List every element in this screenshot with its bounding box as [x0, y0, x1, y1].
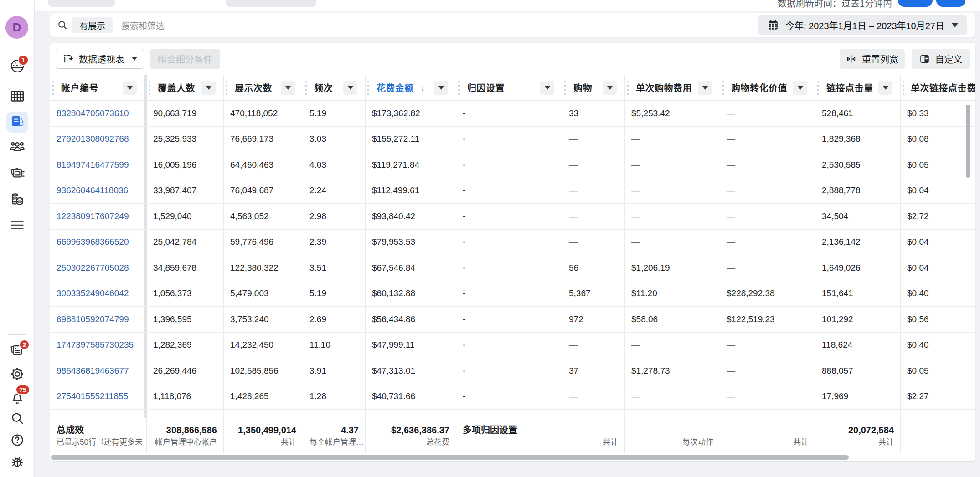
drag-handle-icon[interactable]: [305, 81, 308, 95]
column-header-label: 归因设置: [467, 81, 505, 94]
drag-handle-icon[interactable]: [903, 81, 904, 95]
sidebar-item-billing[interactable]: [9, 191, 26, 208]
filter-chip[interactable]: 有展示: [72, 17, 113, 33]
sidebar-item-report-bug[interactable]: [9, 454, 26, 470]
column-header-label: 覆盖人数: [158, 81, 195, 94]
drag-handle-icon[interactable]: [817, 81, 820, 95]
drag-handle-icon[interactable]: [367, 81, 370, 95]
column-header[interactable]: 购物转化价值: [720, 75, 815, 100]
sidebar-item-ads-manager[interactable]: 1: [9, 58, 26, 74]
sidebar-item-reports[interactable]: [6, 112, 28, 133]
top-tab-button[interactable]: [48, 0, 115, 7]
table-cell: $122,519.23: [720, 307, 815, 332]
account-id-link[interactable]: 250302267705028: [57, 263, 129, 273]
table-cell: —: [625, 204, 720, 229]
sidebar-item-settings[interactable]: [9, 366, 26, 382]
horizontal-scrollbar-thumb[interactable]: [51, 455, 849, 460]
drag-handle-icon[interactable]: [564, 81, 567, 95]
reports-icon: [9, 113, 26, 131]
table-cell: [901, 410, 975, 418]
avatar[interactable]: D: [5, 16, 28, 39]
chevron-down-icon: [132, 57, 137, 61]
sidebar-item-campaigns-table[interactable]: [9, 88, 26, 104]
column-menu-button[interactable]: [698, 81, 712, 95]
column-menu-button[interactable]: [201, 81, 216, 95]
vertical-scrollbar-thumb[interactable]: [966, 105, 970, 178]
breakdown-button[interactable]: 组合细分条件: [150, 49, 220, 69]
column-header[interactable]: 归因设置: [456, 75, 562, 100]
sidebar-item-search[interactable]: [9, 410, 26, 426]
pivot-table-button[interactable]: 数据透视表: [56, 49, 144, 69]
table-cell: $173,362.82: [366, 101, 456, 126]
column-header[interactable]: 单次购物费用: [625, 75, 720, 100]
report-table: 帐户编号覆盖人数展示次数频次花费金额↓归因设置购物单次购物费用购物转化价值链接点…: [50, 75, 975, 461]
account-id-link[interactable]: 698810592074799: [57, 314, 129, 324]
column-menu-button[interactable]: [281, 81, 295, 95]
account-id-link[interactable]: 300335249046042: [57, 288, 129, 298]
sidebar-item-pages-news[interactable]: 2: [9, 342, 26, 358]
column-menu-button[interactable]: [793, 81, 807, 95]
table-cell: 90,663,719: [147, 101, 224, 126]
table-cell: -: [456, 307, 562, 332]
column-header[interactable]: 花费金额↓: [366, 75, 456, 100]
table-cell: 4,563,052: [224, 204, 303, 229]
account-id-link[interactable]: 122380917607249: [57, 211, 129, 221]
account-id-link[interactable]: 669963968366520: [57, 237, 129, 247]
empty-value-dash: —: [631, 340, 640, 350]
account-id-link[interactable]: 936260464118036: [57, 185, 128, 195]
drag-handle-icon[interactable]: [722, 81, 725, 95]
column-header[interactable]: 展示次数: [224, 75, 303, 100]
table-cell: $0.33: [901, 101, 975, 126]
table-cell: —: [720, 358, 815, 384]
footer-total-caption: 总花费: [372, 436, 449, 448]
customize-button[interactable]: 自定义: [912, 49, 970, 69]
account-id-link[interactable]: 279201308092768: [57, 134, 129, 144]
account-id-link[interactable]: 985436819463677: [57, 366, 129, 376]
table-cell: 2,136,142: [815, 230, 901, 255]
column-menu-button[interactable]: [540, 81, 554, 95]
top-tab-button[interactable]: [226, 0, 316, 7]
drag-handle-icon[interactable]: [226, 81, 228, 95]
drag-handle-icon[interactable]: [627, 81, 629, 95]
table-cell: [720, 410, 815, 418]
account-id-link[interactable]: 1747397585730235: [57, 340, 134, 350]
column-menu-button[interactable]: [343, 81, 357, 95]
table-cell: $60,132.88: [366, 281, 456, 307]
reset-column-width-button[interactable]: 重置列宽: [840, 49, 905, 69]
empty-value-dash: —: [569, 211, 578, 221]
column-menu-button[interactable]: [434, 81, 448, 95]
footer-total-caption: 帐户管理中心帐户: [153, 436, 217, 448]
table-row: 27920130809276825,325,93376,669,1733.03$…: [50, 127, 975, 153]
empty-value-dash: —: [569, 185, 578, 195]
column-header[interactable]: 帐户编号: [50, 75, 147, 100]
primary-action-button[interactable]: [936, 0, 965, 7]
column-header[interactable]: 覆盖人数: [147, 75, 224, 100]
sidebar-item-all-tools[interactable]: [9, 217, 26, 233]
column-menu-button[interactable]: [123, 81, 137, 95]
sidebar-item-help[interactable]: [9, 432, 26, 448]
column-menu-button[interactable]: [603, 81, 617, 95]
sidebar-item-ads-library[interactable]: [9, 165, 26, 182]
column-header[interactable]: 单次链接点击费用: [901, 75, 975, 100]
column-header[interactable]: 链接点击量: [815, 75, 901, 100]
sidebar-item-audiences[interactable]: [9, 139, 26, 155]
table-cell: 76,049,687: [224, 178, 303, 204]
column-header[interactable]: 频次: [303, 75, 366, 100]
date-range-picker[interactable]: 今年: 2023年1月1日 – 2023年10月27日: [758, 15, 967, 35]
column-header[interactable]: 购物: [562, 75, 625, 100]
table-cell: 2,530,585: [815, 152, 901, 178]
sidebar-item-notifications[interactable]: 75: [9, 390, 26, 406]
drag-handle-icon[interactable]: [458, 81, 461, 95]
drag-handle-icon[interactable]: [149, 81, 151, 95]
footer-total-caption: 已显示50行（还有更多未: [57, 436, 140, 448]
empty-value-dash: —: [631, 391, 640, 401]
account-id-link[interactable]: 275401555211855: [57, 391, 128, 401]
table-header-row: 帐户编号覆盖人数展示次数频次花费金额↓归因设置购物单次购物费用购物转化价值链接点…: [50, 75, 975, 101]
drag-handle-icon[interactable]: [52, 81, 55, 95]
column-menu-button[interactable]: [878, 81, 892, 95]
table-cell: $0.40: [901, 333, 975, 358]
account-id-link[interactable]: 832804705073610: [57, 108, 129, 118]
table-cell: 470,118,052: [224, 101, 303, 126]
account-id-link[interactable]: 819497416477599: [57, 160, 129, 170]
primary-action-button[interactable]: [898, 0, 933, 7]
